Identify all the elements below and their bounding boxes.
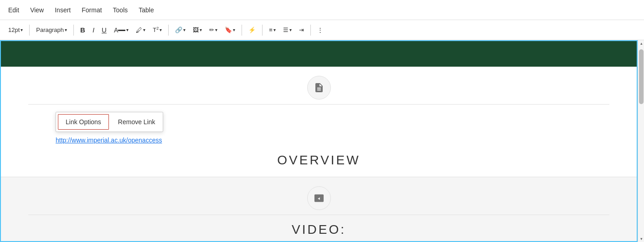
- overview-section: Link Options Remove Link http://www.impe…: [1, 67, 637, 177]
- menu-bar: Edit View Insert Format Tools Table: [0, 0, 644, 20]
- font-size-chevron-icon: ▾: [21, 27, 23, 32]
- special-char-button[interactable]: ⚡: [246, 25, 258, 35]
- font-color-chevron-icon: ▾: [126, 27, 129, 32]
- separator-2: [73, 25, 74, 36]
- link-options-popup: Link Options Remove Link: [56, 112, 163, 132]
- video-play-icon: [307, 186, 331, 210]
- image-chevron-icon: ▾: [200, 27, 202, 32]
- separator-4: [242, 25, 242, 36]
- menu-format[interactable]: Format: [81, 5, 103, 16]
- paragraph-chevron-icon: ▾: [65, 27, 67, 32]
- indent-button[interactable]: ⇥: [296, 25, 307, 35]
- align-chevron-icon: ▾: [273, 27, 276, 32]
- video-divider: [28, 215, 609, 215]
- list-button[interactable]: ☰ ▾: [280, 25, 294, 35]
- font-color-button[interactable]: A ▾: [111, 25, 131, 36]
- menu-table[interactable]: Table: [138, 5, 155, 16]
- bold-button[interactable]: B: [77, 24, 88, 36]
- menu-view[interactable]: View: [29, 5, 45, 16]
- menu-edit[interactable]: Edit: [7, 5, 20, 16]
- separator-1: [29, 25, 30, 36]
- editor-wrapper: Link Options Remove Link http://www.impe…: [0, 40, 644, 242]
- paragraph-dropdown[interactable]: Paragraph ▾: [33, 25, 70, 35]
- highlight-button[interactable]: 🖊 ▾: [133, 25, 148, 36]
- scroll-up-button[interactable]: ▴: [638, 40, 644, 47]
- list-icon: ☰: [283, 26, 289, 33]
- italic-button[interactable]: I: [90, 24, 97, 36]
- align-icon: ≡: [269, 26, 273, 33]
- font-color-icon: A: [114, 26, 118, 34]
- link-button[interactable]: 🔗 ▾: [172, 25, 188, 35]
- highlight-chevron-icon: ▾: [143, 27, 145, 32]
- image-icon: 🖼: [193, 26, 199, 33]
- video-icon-wrap: [28, 186, 609, 210]
- list-chevron-icon: ▾: [289, 27, 292, 32]
- bookmark-icon: 🔖: [225, 26, 232, 33]
- superscript-chevron-icon: ▾: [160, 27, 162, 32]
- image-button[interactable]: 🖼 ▾: [190, 25, 205, 35]
- scroll-down-button[interactable]: ▾: [638, 236, 644, 242]
- indent-icon: ⇥: [299, 26, 304, 33]
- highlight-icon: 🖊: [136, 26, 142, 34]
- bookmark-button[interactable]: 🔖 ▾: [222, 25, 238, 35]
- scrollbar-thumb[interactable]: [639, 49, 644, 104]
- link-icon: 🔗: [175, 26, 182, 33]
- align-button[interactable]: ≡ ▾: [266, 25, 278, 35]
- special-char-icon: ⚡: [248, 26, 256, 33]
- draw-chevron-icon: ▾: [215, 27, 217, 32]
- header-banner: [1, 41, 637, 67]
- overview-title: OVERVIEW: [28, 153, 609, 168]
- font-size-dropdown[interactable]: 12pt ▾: [5, 25, 26, 35]
- video-title: VIDEO:: [28, 222, 609, 237]
- bookmark-chevron-icon: ▾: [233, 27, 235, 32]
- overview-document-icon: [307, 76, 331, 100]
- overview-divider: [28, 104, 609, 105]
- underline-button[interactable]: U: [99, 24, 109, 36]
- link-options-button[interactable]: Link Options: [58, 114, 109, 130]
- superscript-button[interactable]: T2 ▾: [150, 24, 165, 35]
- draw-button[interactable]: ✏ ▾: [206, 25, 220, 35]
- separator-3: [168, 25, 169, 36]
- draw-icon: ✏: [209, 26, 214, 33]
- link-url[interactable]: http://www.imperial.ac.uk/openaccess: [56, 137, 609, 144]
- remove-link-button[interactable]: Remove Link: [111, 112, 163, 132]
- link-chevron-icon: ▾: [183, 27, 185, 32]
- popup-container: Link Options Remove Link: [56, 112, 609, 132]
- video-section: VIDEO:: [1, 177, 637, 242]
- scrollbar[interactable]: ▴ ▾: [638, 40, 644, 242]
- menu-tools[interactable]: Tools: [112, 5, 129, 16]
- separator-6: [310, 25, 311, 36]
- menu-insert[interactable]: Insert: [54, 5, 72, 16]
- overview-icon-wrap: [28, 76, 609, 100]
- editor-content[interactable]: Link Options Remove Link http://www.impe…: [0, 40, 638, 242]
- more-options-button[interactable]: ⋮: [314, 25, 326, 35]
- toolbar: 12pt ▾ Paragraph ▾ B I U A ▾ 🖊 ▾ T2 ▾ 🔗 …: [0, 20, 644, 40]
- separator-5: [262, 25, 263, 36]
- superscript-icon: T2: [153, 26, 159, 33]
